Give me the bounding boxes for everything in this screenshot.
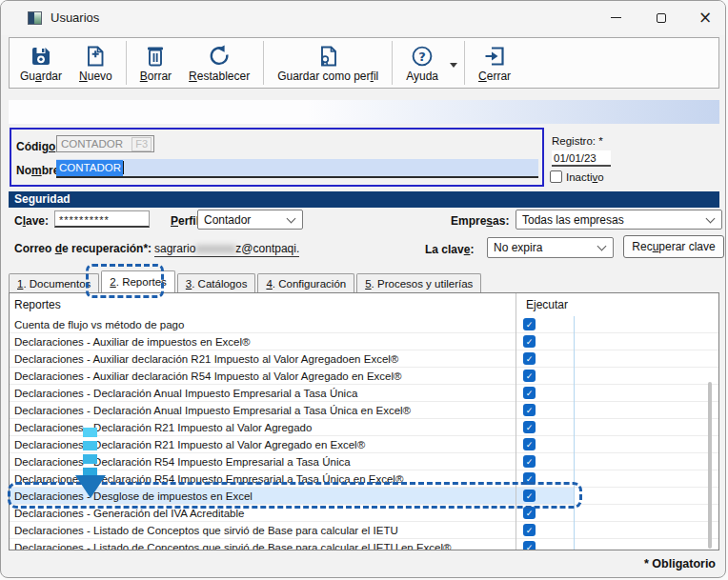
window-title: Usuarios — [51, 10, 99, 25]
new-document-icon — [83, 44, 108, 69]
report-name: Declaraciones - Declaración Anual Impues… — [14, 405, 411, 416]
nuevo-button[interactable]: Nuevo — [71, 40, 121, 86]
report-name: Declaraciones - Declaración R21 Impuesto… — [14, 439, 365, 450]
toolbar-separator — [126, 41, 127, 85]
table-row[interactable]: Declaraciones - Declaración R54 Impuesto… — [10, 453, 718, 470]
registro-input[interactable]: 01/01/23 — [552, 150, 611, 167]
ejecutar-checkbox[interactable] — [523, 472, 536, 485]
la-clave-select[interactable]: No expira — [487, 237, 614, 258]
table-row[interactable]: Declaraciones - Declaración Anual Impues… — [10, 385, 718, 402]
ejecutar-checkbox[interactable] — [523, 370, 536, 382]
identity-panel: Código:* CONTADOR F3 Nombre:* CONTADOR — [10, 128, 544, 187]
ejecutar-checkbox[interactable] — [523, 507, 536, 519]
table-row[interactable]: Declaraciones - Auxiliar declaración R21… — [10, 350, 718, 368]
table-row[interactable]: Declaraciones - Declaración Anual Impues… — [10, 402, 718, 419]
nombre-selected-text: CONTADOR — [56, 160, 123, 176]
column-header-ejecutar[interactable]: Ejecutar — [526, 298, 568, 311]
tab-procesos-y-utilerias[interactable]: 5. Procesos y utilerías — [356, 273, 481, 292]
la-clave-label: La clave: — [425, 243, 474, 256]
codigo-value: CONTADOR — [61, 138, 123, 150]
recuperar-clave-button[interactable]: Recuperar clave — [623, 235, 724, 258]
ejecutar-checkbox[interactable] — [523, 404, 536, 416]
ejecutar-checkbox[interactable] — [523, 438, 536, 450]
required-note: * Obligatorio — [644, 557, 716, 570]
inactivo-label: Inactivo — [566, 171, 604, 183]
empresas-label: Empresas: — [451, 214, 509, 228]
table-header: Reportes Ejecutar — [10, 293, 718, 316]
ejecutar-checkbox[interactable] — [523, 318, 536, 330]
tab-catalogos[interactable]: 3. Catálogos — [177, 273, 256, 292]
report-name: Declaraciones - Desglose de impuestos en… — [14, 490, 253, 502]
save-as-profile-icon — [315, 44, 340, 69]
correo-recuperacion-label: Correo de recuperación*: — [14, 242, 152, 255]
report-name: Declaraciones - Listado de Conceptos que… — [14, 525, 398, 536]
table-row[interactable]: Cuenta de flujo vs método de pago — [10, 316, 718, 333]
toolbar-separator — [392, 41, 393, 85]
correo-recuperacion-value[interactable]: sagrarioxxxxxxxz@contpaqi. — [154, 242, 299, 257]
svg-text:?: ? — [418, 50, 426, 64]
chevron-down-icon — [287, 214, 296, 224]
ayuda-button[interactable]: ? Ayuda — [397, 40, 459, 86]
help-icon: ? — [410, 44, 435, 69]
ejecutar-checkbox[interactable] — [523, 455, 536, 468]
guardar-button[interactable]: Guardar — [11, 40, 71, 86]
table-row[interactable]: Declaraciones - Auxiliar declaración R54… — [10, 368, 718, 385]
reset-icon — [207, 44, 232, 69]
table-row[interactable]: Declaraciones - Declaración R21 Impuesto… — [10, 419, 718, 436]
table-row[interactable]: Declaraciones - Declaración R21 Impuesto… — [10, 436, 718, 453]
registro-label: Registro: * — [552, 135, 603, 147]
codigo-input[interactable]: CONTADOR F3 — [56, 135, 154, 152]
table-row[interactable]: Declaraciones - Generación del IVA Acred… — [10, 505, 718, 522]
table-row[interactable]: Declaraciones - Auxiliar de impuestos en… — [10, 333, 718, 350]
cerrar-button[interactable]: Cerrar — [470, 40, 519, 86]
seguridad-section-header: Seguridad — [9, 191, 719, 208]
inactivo-checkbox[interactable] — [550, 170, 562, 183]
minimize-button[interactable] — [599, 1, 632, 34]
maximize-icon — [657, 13, 666, 23]
perfil-select[interactable]: Contador — [197, 210, 303, 230]
tab-configuracion[interactable]: 4. Configuración — [257, 273, 354, 292]
report-name: Declaraciones - Generación del IVA Acred… — [14, 508, 244, 519]
save-icon — [29, 44, 53, 69]
ejecutar-checkbox[interactable] — [523, 387, 536, 399]
close-button[interactable]: × — [689, 1, 721, 34]
codigo-f3-hint: F3 — [131, 137, 152, 151]
trash-icon — [143, 44, 168, 69]
table-row[interactable]: Declaraciones - Listado de Conceptos que… — [10, 539, 718, 550]
report-name: Declaraciones - Declaración R54 Impuesto… — [14, 473, 403, 485]
ejecutar-checkbox[interactable] — [523, 524, 536, 536]
column-header-reportes[interactable]: Reportes — [14, 298, 61, 311]
table-body: Cuenta de flujo vs método de pago Declar… — [10, 316, 718, 550]
usuarios-window: Usuarios × Guardar Nuevo — [0, 0, 726, 578]
dropdown-caret-icon[interactable] — [450, 63, 457, 68]
chevron-down-icon — [706, 214, 716, 224]
restablecer-button[interactable]: Restablecer — [180, 40, 258, 86]
ejecutar-checkbox[interactable] — [523, 490, 536, 502]
scrollbar-thumb[interactable] — [708, 382, 712, 549]
report-name: Declaraciones - Declaración Anual Impues… — [14, 388, 357, 399]
table-row[interactable]: Declaraciones - Desglose de impuestos en… — [10, 488, 718, 505]
ejecutar-checkbox[interactable] — [523, 352, 536, 365]
table-row[interactable]: Declaraciones - Listado de Conceptos que… — [10, 522, 718, 539]
clave-input[interactable]: ********** — [54, 210, 150, 228]
maximize-button[interactable] — [645, 1, 677, 34]
minimize-icon — [611, 17, 621, 18]
guardar-como-perfil-button[interactable]: Guardar como perfil — [269, 40, 387, 86]
ejecutar-checkbox[interactable] — [523, 335, 536, 348]
report-name: Declaraciones - Auxiliar declaración R54… — [14, 370, 402, 382]
toolbar: Guardar Nuevo Borrar Restablecer — [9, 37, 719, 89]
empresas-select[interactable]: Todas las empresas — [516, 210, 722, 230]
report-name: Cuenta de flujo vs método de pago — [14, 319, 184, 330]
nombre-input[interactable]: CONTADOR — [56, 159, 538, 178]
ejecutar-checkbox[interactable] — [523, 421, 536, 433]
toolbar-separator — [263, 41, 264, 85]
redacted-text: xxxxxxx — [195, 242, 235, 255]
tab-reportes[interactable]: 2. Reportes — [101, 270, 174, 292]
ejecutar-checkbox[interactable] — [523, 541, 536, 550]
borrar-button[interactable]: Borrar — [131, 40, 180, 86]
chevron-down-icon — [597, 242, 607, 251]
tab-bar: 1. Documentos 2. Reportes 3. Catálogos 4… — [9, 270, 483, 292]
report-name: Declaraciones - Auxiliar de impuestos en… — [14, 336, 251, 348]
table-row[interactable]: Declaraciones - Declaración R54 Impuesto… — [10, 470, 718, 488]
tab-documentos[interactable]: 1. Documentos — [9, 273, 99, 292]
